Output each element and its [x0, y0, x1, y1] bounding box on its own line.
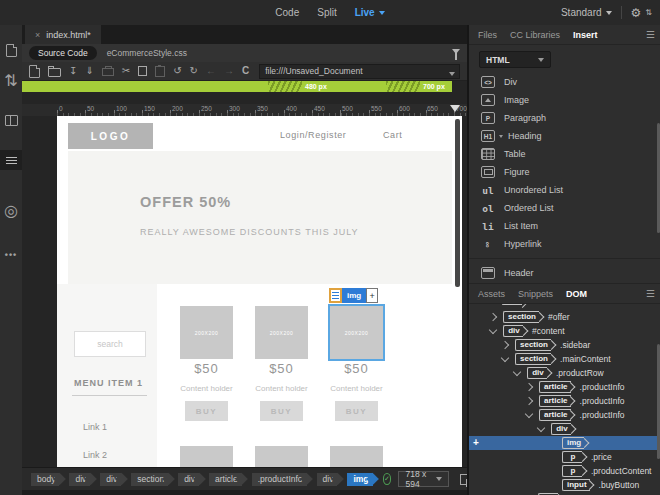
file-icon[interactable] [0, 40, 22, 60]
dom-row-productrow[interactable]: div .productRow [469, 366, 660, 380]
dom-row-sidebar[interactable]: section .sidebar [469, 338, 660, 352]
viewport-size-bar[interactable]: 480 px 700 px [22, 81, 452, 92]
element-add-button[interactable]: + [366, 288, 378, 303]
page-scrollbar[interactable] [455, 119, 460, 287]
expander-expanded-icon[interactable] [525, 410, 533, 418]
expander-expanded-icon[interactable] [537, 424, 545, 432]
dom-row-img-selected[interactable]: + img [469, 436, 660, 450]
insert-item-ordered-list[interactable]: ol Ordered List [469, 199, 660, 217]
tag-div[interactable]: div [178, 473, 199, 486]
workspace-switcher[interactable]: Standard [561, 7, 612, 18]
tag-div[interactable]: div [69, 473, 90, 486]
tag-body[interactable]: body [31, 473, 59, 486]
insert-item-div[interactable]: <> Div [469, 73, 660, 91]
login-register-link[interactable]: Login/Register [280, 130, 346, 140]
insert-item-table[interactable]: Table [469, 145, 660, 163]
tab-snippets[interactable]: Snippets [518, 289, 553, 299]
cart-link[interactable]: Cart [383, 130, 402, 140]
live-view-button[interactable]: Live [355, 7, 385, 18]
tab-assets[interactable]: Assets [478, 289, 505, 299]
open-file-icon[interactable] [48, 68, 61, 77]
product-description[interactable]: Content holder [180, 384, 233, 393]
sidebar-link[interactable]: Link 1 [83, 422, 107, 432]
dom-row-productinfo-expanded[interactable]: article .productInfo [469, 408, 660, 422]
paste-icon[interactable] [155, 66, 165, 77]
tag-article[interactable]: article [209, 473, 242, 486]
dom-row-buybutton[interactable]: input .buyButton [469, 478, 660, 492]
tag-section[interactable]: section [131, 473, 168, 486]
more-icon[interactable]: ••• [0, 245, 22, 265]
selected-product-image[interactable]: 200X200 [330, 306, 383, 359]
close-icon[interactable]: × [35, 30, 40, 40]
dom-row-maincontent[interactable]: section .mainContent [469, 352, 660, 366]
tab-files[interactable]: Files [478, 30, 497, 40]
live-code-icon[interactable] [0, 110, 22, 130]
insert-item-header[interactable]: Header [469, 264, 660, 282]
refresh-icon[interactable]: C [242, 66, 249, 76]
expander-expanded-icon[interactable] [489, 326, 497, 334]
tag-img-active[interactable]: img [347, 473, 372, 486]
viewport-resize-handle[interactable] [450, 105, 460, 112]
dom-row-productinfo[interactable]: article .productInfo [469, 394, 660, 408]
new-file-icon[interactable] [29, 65, 40, 78]
sidebar-link[interactable]: Link 2 [83, 450, 107, 460]
insert-item-list-item[interactable]: li List Item [469, 217, 660, 235]
product-image-placeholder[interactable]: 200X200 [255, 306, 308, 359]
tag-div[interactable]: div [100, 473, 121, 486]
product-image-placeholder[interactable]: 200X200 [180, 306, 233, 359]
lint-ok-icon[interactable]: ✓ [383, 473, 392, 485]
forward-icon[interactable]: → [224, 66, 234, 76]
insert-item-hyperlink[interactable]: ∞ Hyperlink [469, 235, 660, 253]
product-image-placeholder[interactable] [180, 446, 233, 467]
dom-row-div[interactable]: div [469, 422, 660, 436]
address-bar[interactable]: file:///Unsaved_Document [259, 64, 460, 79]
expander-expanded-icon[interactable] [513, 368, 521, 376]
dom-row-productinfo[interactable]: article .productInfo [469, 380, 660, 394]
back-icon[interactable]: ← [206, 66, 216, 76]
add-element-button[interactable]: + [473, 437, 479, 448]
expander-collapsed-icon[interactable] [489, 313, 497, 321]
swap-vertical-icon[interactable]: ⇅ [0, 70, 22, 90]
insert-category-select[interactable]: HTML [479, 51, 551, 68]
copy-icon[interactable] [138, 66, 147, 76]
split-view-button[interactable]: Split [317, 7, 336, 18]
insert-item-paragraph[interactable]: P Paragraph [469, 109, 660, 127]
product-price[interactable]: $50 [255, 361, 308, 376]
dom-row-content[interactable]: div #content [469, 324, 660, 338]
product-image-placeholder[interactable] [255, 446, 308, 467]
undo-icon[interactable]: ↺ [173, 66, 181, 76]
tab-insert[interactable]: Insert [573, 30, 598, 40]
insert-item-figure[interactable]: Figure [469, 163, 660, 181]
chevron-down-icon[interactable] [499, 135, 503, 140]
tag-productinfo[interactable]: .productInfo [252, 473, 307, 486]
print-icon[interactable] [102, 68, 114, 76]
redo-icon[interactable]: ↻ [190, 66, 198, 76]
tab-dom[interactable]: DOM [566, 289, 587, 299]
viewport-size-selector[interactable]: 718 x 594 [398, 471, 448, 487]
product-image-placeholder[interactable] [330, 446, 383, 467]
product-description[interactable]: Content holder [330, 384, 383, 393]
format-icon[interactable] [0, 150, 22, 170]
buy-button[interactable]: BUY [335, 401, 378, 421]
cut-icon[interactable]: ✂ [122, 66, 130, 76]
sync-settings-gear-icon[interactable]: ⚙ [631, 6, 642, 20]
product-description[interactable]: Content holder [255, 384, 308, 393]
insert-item-heading[interactable]: H1 Heading [469, 127, 660, 145]
code-view-button[interactable]: Code [275, 7, 299, 18]
buy-button[interactable]: BUY [260, 401, 303, 421]
product-price[interactable]: $50 [180, 361, 233, 376]
element-tag-label[interactable]: img [342, 288, 366, 303]
product-price[interactable]: $50 [330, 361, 383, 376]
offer-banner[interactable]: OFFER 50% REALLY AWESOME DISCOUNTS THIS … [68, 151, 452, 284]
panel-menu-icon[interactable]: ☰ [646, 29, 655, 40]
panel-menu-icon[interactable]: ☰ [646, 288, 655, 299]
stylesheet-file-button[interactable]: eCommerceStyle.css [107, 48, 187, 58]
document-tab[interactable]: × index.html* [25, 25, 101, 44]
expander-expanded-icon[interactable] [501, 354, 509, 362]
buy-button[interactable]: BUY [185, 401, 228, 421]
insert-item-unordered-list[interactable]: ul Unordered List [469, 181, 660, 199]
search-input[interactable] [74, 331, 146, 357]
element-hamburger-icon[interactable] [329, 288, 342, 303]
expander-collapsed-icon[interactable] [525, 383, 533, 391]
save-all-icon[interactable]: ⇓ [85, 66, 93, 76]
